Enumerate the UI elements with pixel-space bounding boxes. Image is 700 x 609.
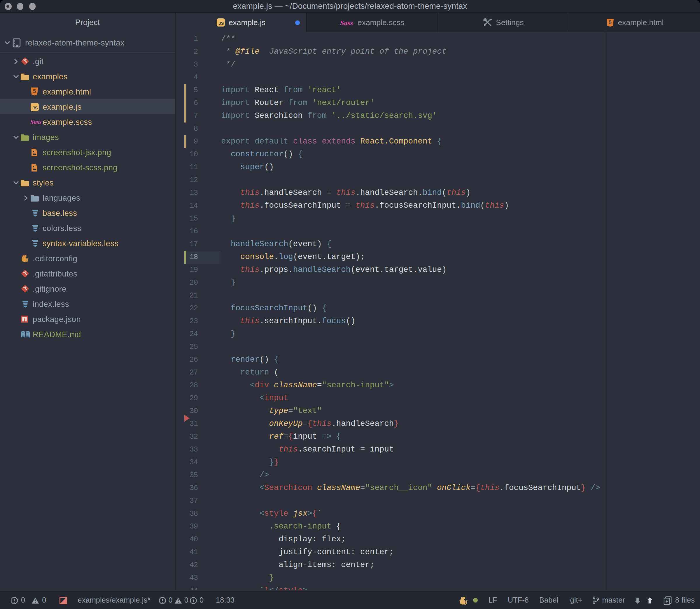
svg-text:5: 5 [609, 19, 612, 25]
svg-text:5: 5 [33, 88, 36, 94]
svg-text:Sass: Sass [30, 118, 42, 125]
svg-text:JS: JS [218, 21, 224, 26]
svg-text:JS: JS [32, 105, 38, 110]
svg-text:Sass: Sass [340, 19, 353, 26]
